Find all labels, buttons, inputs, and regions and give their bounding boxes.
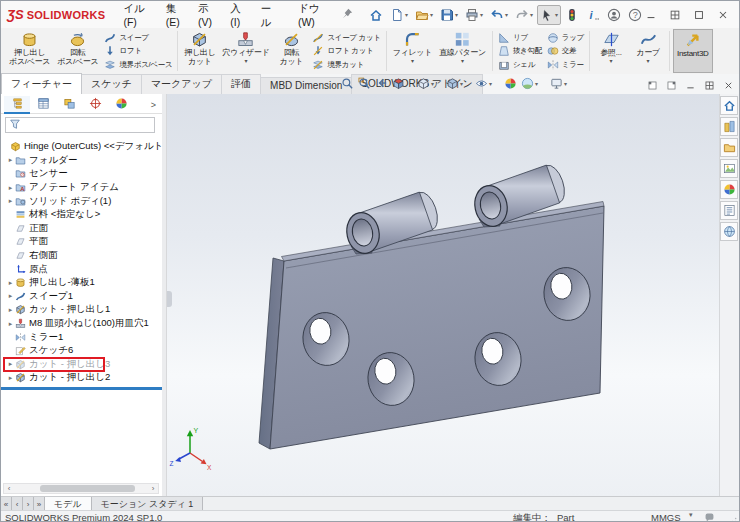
- expand-arrow-icon[interactable]: ▸: [6, 184, 15, 192]
- extrude-boss-button[interactable]: 押し出しボス/ベース: [6, 29, 53, 73]
- dropdown-arrow-icon[interactable]: ▾: [431, 80, 434, 87]
- tab-4[interactable]: MBD Dimension: [260, 77, 352, 94]
- expand-arrow-icon[interactable]: ▸: [6, 306, 15, 314]
- resources-home-button[interactable]: [720, 96, 738, 115]
- rib-button[interactable]: リブ: [498, 31, 542, 44]
- view-orientation-button[interactable]: ▾: [417, 77, 434, 90]
- print-button[interactable]: ▾: [462, 5, 486, 25]
- units-caret-icon[interactable]: ▾: [689, 511, 693, 519]
- instant3d-button[interactable]: Instant3D: [673, 29, 713, 73]
- expand-arrow-icon[interactable]: ▸: [6, 197, 15, 205]
- doc-next-button[interactable]: [666, 77, 677, 95]
- dropdown-arrow-icon[interactable]: ▾: [411, 58, 414, 64]
- view-settings-button[interactable]: ▾: [550, 77, 567, 90]
- tree-item[interactable]: ▸Aアノテート アイテム: [1, 181, 162, 195]
- loft-cut-button[interactable]: ロフト カット: [312, 45, 380, 58]
- property-manager-tab[interactable]: [30, 96, 56, 114]
- tree-item[interactable]: 正面: [1, 222, 162, 236]
- hide-show-items-button[interactable]: ▾: [475, 77, 492, 90]
- resize-grip-icon[interactable]: [727, 513, 738, 522]
- save-button[interactable]: ▾: [437, 5, 461, 25]
- hole-wizard-button[interactable]: 穴ウィザード▾: [219, 29, 272, 73]
- doc-tab-0[interactable]: モデル: [45, 497, 92, 511]
- forum-button[interactable]: [720, 222, 738, 241]
- tree-item[interactable]: スケッチ6: [1, 344, 162, 358]
- tree-item[interactable]: ▸カット - 押し出し1: [1, 303, 162, 317]
- dropdown-arrow-icon[interactable]: ▾: [530, 11, 533, 18]
- maximize-button[interactable]: [693, 9, 705, 21]
- zoom-area-button[interactable]: [358, 77, 371, 90]
- close-button[interactable]: [717, 9, 729, 21]
- feature-manager-tab[interactable]: [4, 96, 30, 114]
- scroll-right-icon[interactable]: ›: [148, 484, 158, 493]
- tree-item[interactable]: 平面: [1, 235, 162, 249]
- expand-arrow-icon[interactable]: ▸: [6, 292, 15, 300]
- doc-prev-button[interactable]: [647, 77, 658, 95]
- tree-item[interactable]: ▸フォルダー: [1, 154, 162, 168]
- dimxpert-manager-tab[interactable]: [82, 96, 108, 114]
- tree-item[interactable]: ▸カット - 押し出し2: [1, 371, 162, 385]
- configuration-manager-tab[interactable]: [56, 96, 82, 114]
- user-button[interactable]: [604, 5, 624, 25]
- file-explorer-button[interactable]: [720, 138, 738, 157]
- intersect-button[interactable]: 交差: [547, 45, 584, 58]
- notification-icon[interactable]: [704, 512, 715, 522]
- dropdown-arrow-icon[interactable]: ▾: [646, 58, 649, 64]
- dropdown-arrow-icon[interactable]: ▾: [489, 80, 492, 87]
- sweep-button[interactable]: スイープ: [104, 31, 172, 44]
- curves-button[interactable]: カーブ▾: [630, 29, 666, 73]
- section-view-button[interactable]: [392, 77, 405, 90]
- tab-3[interactable]: 評価: [221, 74, 261, 94]
- doc-nav-next-button[interactable]: ›: [23, 497, 34, 511]
- custom-properties-button[interactable]: [720, 201, 738, 220]
- help-button[interactable]: ?: [625, 5, 645, 25]
- dropdown-arrow-icon[interactable]: ▾: [461, 58, 464, 64]
- linear-pattern-button[interactable]: 直線パターン▾: [436, 29, 489, 73]
- tree-root-item[interactable]: Hinge (OuterCuts) <<デフォルト>_表示状態 1>: [1, 140, 162, 154]
- dropdown-arrow-icon[interactable]: ▾: [564, 80, 567, 87]
- dropdown-arrow-icon[interactable]: ▾: [430, 11, 433, 18]
- expand-arrow-icon[interactable]: ▸: [6, 156, 15, 164]
- tree-item[interactable]: 原点: [1, 262, 162, 276]
- tab-0[interactable]: フィーチャー: [1, 73, 82, 94]
- tree-item[interactable]: 材料 <指定なし>: [1, 208, 162, 222]
- boundary-button[interactable]: 境界ボス/ベース: [104, 58, 172, 71]
- edit-appearance-button[interactable]: [504, 77, 517, 90]
- fillet-button[interactable]: フィレット▾: [390, 29, 435, 73]
- rollback-bar[interactable]: [1, 387, 162, 390]
- doc-nav-prev-button[interactable]: ‹: [12, 497, 23, 511]
- design-library-button[interactable]: [720, 117, 738, 136]
- view-palette-button[interactable]: [720, 159, 738, 178]
- shell-button[interactable]: シェル: [498, 58, 542, 71]
- tree-item[interactable]: ▸押し出し-薄板1: [1, 276, 162, 290]
- loft-button[interactable]: ロフト: [104, 45, 172, 58]
- restore-layout-button[interactable]: [704, 77, 715, 95]
- tree-item[interactable]: ▸スイープ1: [1, 290, 162, 304]
- previous-view-button[interactable]: [375, 77, 388, 90]
- minimize-button[interactable]: [685, 77, 696, 95]
- tree-item[interactable]: ▸ソリッド ボディ(1): [1, 194, 162, 208]
- tree-filter-input[interactable]: [5, 117, 155, 133]
- wrap-button[interactable]: ラップ: [547, 31, 584, 44]
- dropdown-arrow-icon[interactable]: ▾: [405, 11, 408, 18]
- tree-item[interactable]: センサー: [1, 167, 162, 181]
- boundary-cut-button[interactable]: 境界カット: [312, 58, 380, 71]
- appearances-scenes-button[interactable]: [720, 180, 738, 199]
- new-doc-button[interactable]: ▾: [387, 5, 411, 25]
- dropdown-arrow-icon[interactable]: ▾: [609, 58, 612, 64]
- tree-item[interactable]: 右側面: [1, 249, 162, 263]
- sweep-cut-button[interactable]: スイープ カット: [312, 31, 380, 44]
- expand-arrow-icon[interactable]: ▸: [6, 320, 15, 328]
- undo-button[interactable]: ▾: [487, 5, 511, 25]
- apply-scene-button[interactable]: ▾: [521, 77, 538, 90]
- reference-geometry-button[interactable]: 参照...▾: [593, 29, 629, 73]
- graphics-area[interactable]: Y X Z: [167, 94, 721, 496]
- revolve-boss-button[interactable]: 回転ボス/ベース: [54, 29, 101, 73]
- doc-nav-first-button[interactable]: «: [1, 497, 12, 511]
- tab-1[interactable]: スケッチ: [81, 74, 142, 94]
- flyout-tree-handle[interactable]: [167, 291, 172, 307]
- units-selector[interactable]: MMGS: [651, 512, 681, 522]
- display-style-button[interactable]: ▾: [446, 77, 463, 90]
- draft-button[interactable]: 抜き勾配: [498, 45, 542, 58]
- dropdown-arrow-icon[interactable]: ▾: [535, 80, 538, 87]
